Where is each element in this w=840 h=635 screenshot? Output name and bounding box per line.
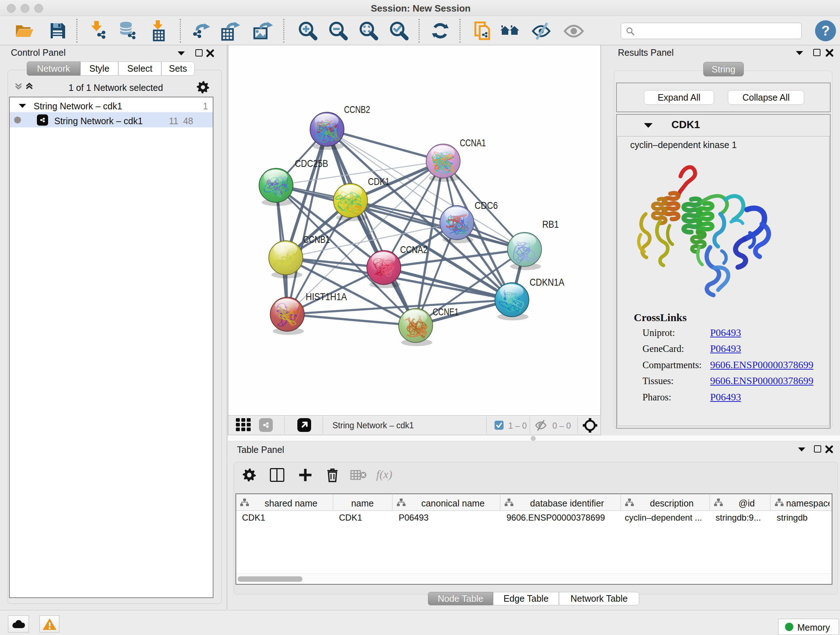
- svg-text:CCNB1: CCNB1: [303, 234, 330, 245]
- svg-text:CDC6: CDC6: [475, 200, 498, 211]
- svg-text:RB1: RB1: [542, 219, 559, 230]
- svg-text:CCNE1: CCNE1: [433, 306, 459, 318]
- svg-text:HIST1H1A: HIST1H1A: [306, 291, 347, 302]
- svg-text:CDK1: CDK1: [368, 176, 390, 187]
- svg-text:CDKN1A: CDKN1A: [530, 277, 564, 288]
- svg-text:CDC25B: CDC25B: [295, 158, 328, 169]
- svg-text:CCNB2: CCNB2: [344, 104, 370, 115]
- svg-text:CCNA2: CCNA2: [400, 244, 428, 255]
- svg-text:CCNA1: CCNA1: [460, 137, 486, 149]
